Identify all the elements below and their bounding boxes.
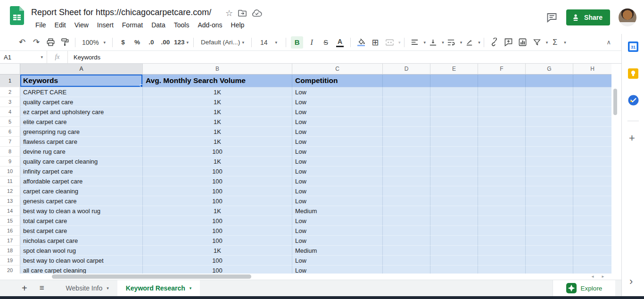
cell-empty[interactable]	[383, 266, 430, 274]
select-all-corner[interactable]	[0, 64, 20, 75]
cell-empty[interactable]	[383, 216, 430, 226]
cell-empty[interactable]	[430, 176, 478, 186]
cell-competition[interactable]: Low	[292, 186, 383, 196]
keep-icon[interactable]	[628, 68, 638, 79]
cell-empty[interactable]	[383, 75, 430, 87]
row-number[interactable]: 20	[0, 266, 20, 274]
cell-empty[interactable]	[430, 196, 478, 206]
cell-empty[interactable]	[478, 127, 526, 137]
more-formats-control[interactable]: 123▾	[174, 36, 189, 49]
move-to-folder-icon[interactable]	[238, 9, 247, 17]
cell-empty[interactable]	[526, 75, 573, 87]
cell-volume[interactable]: 100	[143, 147, 292, 157]
cell-competition-header[interactable]: Competition	[292, 75, 383, 87]
filter-icon[interactable]	[531, 36, 543, 49]
cell-competition[interactable]: Low	[292, 127, 383, 137]
cell-empty[interactable]	[430, 216, 478, 226]
cell-empty[interactable]	[383, 127, 430, 137]
cell-empty[interactable]	[526, 216, 573, 226]
format-currency-icon[interactable]: $	[117, 36, 129, 49]
cell-empty[interactable]	[430, 186, 478, 196]
cell-empty[interactable]	[383, 176, 430, 186]
tasks-icon[interactable]	[628, 95, 639, 106]
show-side-panel-icon[interactable]: ›	[629, 275, 633, 288]
row-number[interactable]: 6	[0, 127, 20, 137]
cell-competition[interactable]: Medium	[292, 206, 383, 216]
cell-empty[interactable]	[430, 87, 478, 97]
menu-edit[interactable]: Edit	[50, 20, 70, 30]
column-header-D[interactable]: D	[383, 64, 430, 75]
cell-keyword[interactable]: quality care carpet cleaning	[20, 157, 143, 166]
cell-volume[interactable]: 1K	[143, 157, 292, 166]
cell-competition[interactable]: Low	[292, 97, 383, 107]
cell-keyword[interactable]: infinity carpet care	[20, 166, 143, 176]
add-sheet-icon[interactable]: +	[22, 283, 27, 294]
cell-empty[interactable]	[430, 75, 478, 87]
cell-empty[interactable]	[430, 107, 478, 117]
cell-empty[interactable]	[526, 87, 573, 97]
column-header-B[interactable]: B	[143, 64, 292, 75]
column-header-H[interactable]: H	[573, 64, 611, 75]
cell-empty[interactable]	[526, 157, 573, 166]
cell-empty[interactable]	[573, 107, 611, 117]
cell-empty[interactable]	[573, 246, 611, 256]
cell-empty[interactable]	[430, 246, 478, 256]
cell-empty[interactable]	[526, 256, 573, 266]
cell-empty[interactable]	[478, 157, 526, 166]
cell-empty[interactable]	[526, 176, 573, 186]
cell-volume[interactable]: 1K	[143, 206, 292, 216]
insert-chart-icon[interactable]	[517, 36, 528, 49]
cell-keyword[interactable]: quality carpet care	[20, 97, 143, 107]
cell-keyword[interactable]: devine rug care	[20, 147, 143, 157]
cell-volume[interactable]: 100	[143, 226, 292, 236]
bold-icon[interactable]: B	[291, 36, 303, 49]
cell-empty[interactable]	[573, 166, 611, 176]
row-number[interactable]: 5	[0, 117, 20, 127]
cell-empty[interactable]	[383, 186, 430, 196]
row-number[interactable]: 13	[0, 196, 20, 206]
cell-competition[interactable]: Low	[292, 87, 383, 97]
cell-keyword[interactable]: greenspring rug care	[20, 127, 143, 137]
cell-empty[interactable]	[526, 206, 573, 216]
fill-color-icon[interactable]	[355, 36, 367, 49]
font-size-control[interactable]: 14 ▾	[256, 36, 281, 49]
cell-keyword[interactable]: affordable carpet care	[20, 176, 143, 186]
cell-empty[interactable]	[526, 186, 573, 196]
menu-add-ons[interactable]: Add-ons	[193, 20, 226, 30]
cell-empty[interactable]	[383, 246, 430, 256]
cell-empty[interactable]	[478, 117, 526, 127]
avatar[interactable]	[619, 8, 636, 26]
cell-volume[interactable]: 100	[143, 176, 292, 186]
cell-competition[interactable]: Low	[292, 256, 383, 266]
menu-file[interactable]: File	[31, 20, 50, 30]
cell-empty[interactable]	[478, 137, 526, 147]
tab-keyword-research[interactable]: Keyword Research▾	[117, 280, 200, 296]
cell-empty[interactable]	[478, 206, 526, 216]
sheets-logo-icon[interactable]	[10, 6, 24, 25]
cell-empty[interactable]	[478, 226, 526, 236]
font-family-control[interactable]: Default (Ari...) ▾	[198, 36, 247, 49]
cell-empty[interactable]	[430, 137, 478, 147]
menu-tools[interactable]: Tools	[170, 20, 194, 30]
vertical-scrollbar[interactable]	[612, 75, 618, 273]
column-header-F[interactable]: F	[478, 64, 526, 75]
cell-competition[interactable]: Low	[292, 226, 383, 236]
cell-empty[interactable]	[478, 97, 526, 107]
cell-competition[interactable]: Low	[292, 157, 383, 166]
cell-empty[interactable]	[383, 107, 430, 117]
text-rotation-icon[interactable]	[463, 36, 475, 49]
cell-empty[interactable]	[383, 196, 430, 206]
zoom-control[interactable]: 100% ▾	[80, 36, 107, 49]
text-color-icon[interactable]: A	[334, 36, 346, 49]
cell-empty[interactable]	[573, 97, 611, 107]
cell-empty[interactable]	[526, 266, 573, 274]
cell-competition[interactable]: Low	[292, 117, 383, 127]
cell-empty[interactable]	[383, 236, 430, 246]
horizontal-scrollbar[interactable]: ◄ ►	[0, 274, 611, 280]
cell-empty[interactable]	[526, 196, 573, 206]
tab-website-info[interactable]: Website Info▾	[58, 280, 117, 296]
horizontal-align-icon[interactable]	[409, 36, 421, 49]
cell-volume-header[interactable]: Avg. Monthly Search Volume	[143, 75, 292, 87]
cell-empty[interactable]	[526, 107, 573, 117]
cell-empty[interactable]	[573, 266, 611, 274]
